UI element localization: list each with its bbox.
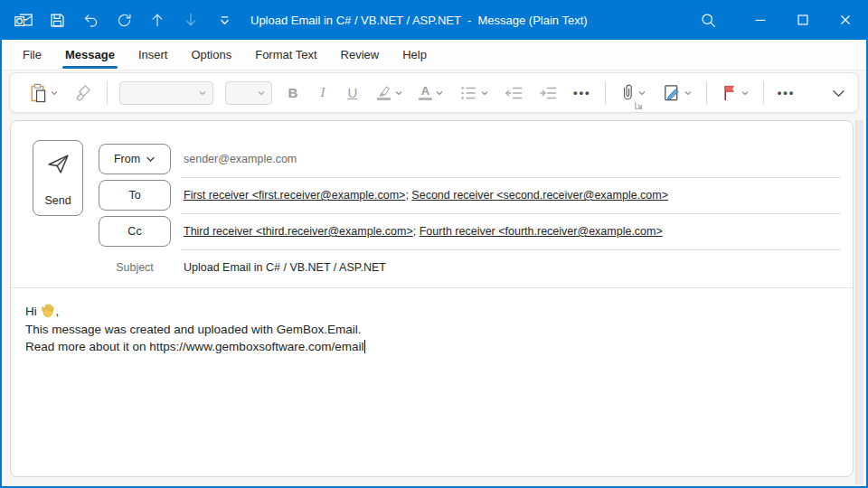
paragraph-dialog-launcher-icon[interactable] — [634, 98, 644, 114]
italic-button: I — [314, 79, 332, 108]
move-up-icon[interactable] — [147, 9, 167, 31]
font-name-select — [119, 81, 213, 105]
subject-field[interactable]: Upload Email in C# / VB.NET / ASP.NET — [184, 261, 835, 274]
font-size-select — [225, 81, 272, 105]
customize-quick-access-icon[interactable] — [214, 9, 234, 31]
redo-icon[interactable] — [114, 9, 134, 31]
recipient-link[interactable]: Second receiver <second.receiver@example… — [411, 189, 668, 202]
send-button[interactable]: Send — [33, 140, 83, 216]
body-line-greeting: Hi , — [25, 303, 835, 321]
save-icon[interactable] — [47, 9, 67, 31]
field-underline — [181, 249, 841, 250]
tab-help[interactable]: Help — [391, 40, 439, 70]
from-field[interactable]: sender@example.com — [184, 153, 835, 165]
ribbon-divider — [605, 81, 606, 105]
tab-insert[interactable]: Insert — [127, 40, 180, 70]
ribbon-divider — [763, 81, 764, 105]
paste-button[interactable] — [26, 79, 61, 108]
send-plane-icon — [46, 152, 71, 176]
body-line-2: This message was created and uploaded wi… — [25, 321, 835, 339]
bullets-button — [458, 79, 491, 108]
field-underline — [181, 213, 841, 214]
more-paragraph-options-button[interactable]: ••• — [571, 79, 593, 108]
ribbon-divider — [107, 81, 108, 105]
chevron-down-icon — [146, 155, 156, 164]
tab-review[interactable]: Review — [329, 40, 392, 70]
from-button[interactable]: From — [99, 144, 171, 174]
message-window: Upload Email in C# / VB.NET / ASP.NET - … — [0, 0, 868, 488]
recipient-link[interactable]: Third receiver <third.receiver@example.c… — [184, 225, 413, 238]
subject-label: Subject — [99, 261, 171, 274]
window-controls — [687, 0, 866, 40]
search-icon[interactable] — [687, 0, 730, 40]
message-panel: Send From To Cc Subject sender@example.c… — [10, 120, 854, 477]
increase-indent-icon — [537, 79, 560, 108]
recipient-link[interactable]: First receiver <first.receiver@example.c… — [184, 189, 405, 202]
tab-file[interactable]: File — [11, 40, 53, 70]
to-button[interactable]: To — [99, 180, 171, 211]
vertical-scrollbar[interactable] — [855, 120, 863, 484]
tab-format-text[interactable]: Format Text — [243, 40, 328, 70]
underline-button: U — [344, 79, 362, 108]
format-painter-icon — [72, 79, 95, 108]
outlook-app-icon — [14, 9, 33, 31]
signature-button[interactable] — [660, 79, 694, 108]
ribbon-toolbar: B I U A — [9, 72, 859, 113]
tab-options[interactable]: Options — [179, 40, 243, 70]
body-line-3: Read more about it on https://www.gembox… — [25, 338, 835, 356]
decrease-indent-icon — [503, 79, 525, 108]
collapse-ribbon-icon[interactable] — [830, 79, 847, 108]
waving-hand-emoji-icon — [41, 303, 56, 318]
text-cursor — [364, 340, 365, 353]
titlebar: Upload Email in C# / VB.NET / ASP.NET - … — [2, 0, 866, 40]
minimize-button[interactable] — [739, 0, 781, 40]
recipient-link[interactable]: Fourth receiver <fourth.receiver@example… — [420, 225, 663, 238]
text-highlight-button — [373, 79, 405, 108]
message-body-editor[interactable]: Hi , This message was created and upload… — [25, 303, 835, 356]
bold-button: B — [284, 79, 302, 108]
move-down-icon — [181, 9, 201, 31]
window-title: Upload Email in C# / VB.NET / ASP.NET - … — [250, 14, 588, 27]
ribbon-divider — [706, 81, 707, 105]
cc-field[interactable]: Third receiver <third.receiver@example.c… — [184, 225, 835, 238]
cc-button[interactable]: Cc — [99, 216, 171, 247]
font-color-button: A — [417, 79, 446, 108]
ribbon-tabs: File Message Insert Options Format Text … — [2, 40, 866, 70]
send-label: Send — [44, 194, 71, 207]
quick-access-toolbar — [2, 9, 234, 31]
follow-up-flag-button[interactable] — [719, 79, 751, 108]
undo-icon[interactable] — [80, 9, 100, 31]
close-button[interactable] — [824, 0, 866, 40]
to-field[interactable]: First receiver <first.receiver@example.c… — [184, 189, 835, 202]
more-commands-button[interactable]: ••• — [776, 79, 797, 108]
field-underline — [181, 177, 841, 178]
tab-message[interactable]: Message — [53, 40, 127, 70]
maximize-button[interactable] — [781, 0, 824, 40]
header-body-divider — [11, 287, 853, 288]
